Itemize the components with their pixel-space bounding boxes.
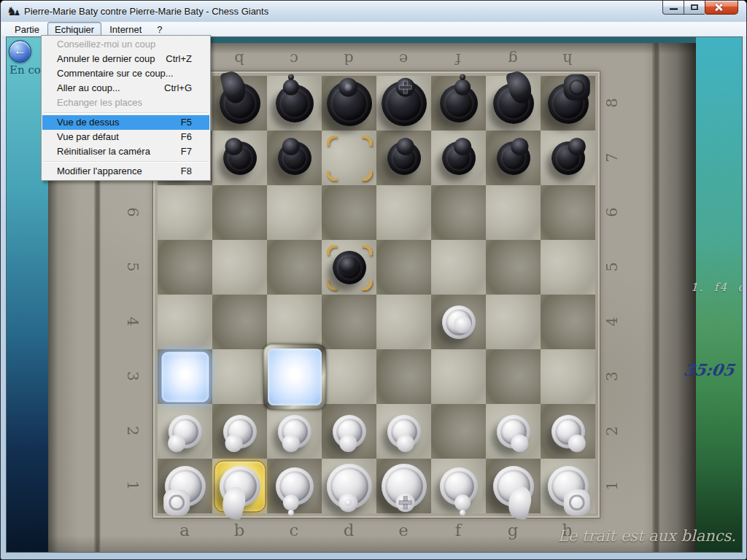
piece-white-pawn-d2[interactable] <box>333 415 366 448</box>
square-c6[interactable] <box>267 185 322 240</box>
piece-white-pawn-h2[interactable] <box>551 415 585 448</box>
square-f3[interactable] <box>431 349 486 404</box>
piece-black-pawn-b7[interactable] <box>223 141 257 175</box>
file-label-bottom-d: d <box>340 521 357 540</box>
piece-black-pawn-e7[interactable] <box>387 141 421 175</box>
bishop-head <box>454 494 471 510</box>
piece-white-pawn-g2[interactable] <box>497 415 530 448</box>
pawn-head <box>454 316 471 333</box>
square-h6[interactable] <box>541 185 595 240</box>
menu-item-echanger-les-places[interactable]: Echanger les places <box>42 96 209 110</box>
rank-label-right-8: 8 <box>603 94 621 112</box>
piece-black-pawn-h7[interactable] <box>551 141 585 175</box>
piece-black-bishop-f8[interactable] <box>440 85 478 122</box>
back-button[interactable]: ← <box>9 40 31 63</box>
cursor-frame-c3[interactable] <box>263 344 326 410</box>
piece-black-pawn-d5[interactable] <box>333 251 366 284</box>
square-e3[interactable] <box>376 349 431 404</box>
square-g4[interactable] <box>486 295 541 349</box>
menu-item-aller-au-coup[interactable]: Aller au coup...Ctrl+G <box>42 81 209 96</box>
menu-item-vue-par-d-faut[interactable]: Vue par défautF6 <box>42 130 209 144</box>
menu-item-label: Modifier l'apparence <box>57 164 142 179</box>
square-h4[interactable] <box>541 295 595 349</box>
maximize-button[interactable] <box>684 1 705 15</box>
menu-item-annuler-le-dernier-coup[interactable]: Annuler le dernier coupCtrl+Z <box>42 52 209 66</box>
piece-black-knight-g8[interactable] <box>493 83 534 124</box>
rank-label-left-5: 5 <box>124 258 142 276</box>
pawn-head <box>568 138 585 155</box>
square-c4[interactable] <box>267 295 322 349</box>
piece-white-pawn-f4[interactable] <box>442 306 476 339</box>
legal-move-highlight-a3[interactable] <box>160 351 209 402</box>
minimize-button[interactable] <box>662 1 684 15</box>
rank-label-right-7: 7 <box>603 149 621 166</box>
square-f5[interactable] <box>431 240 486 295</box>
piece-white-knight-b1[interactable] <box>220 466 260 507</box>
square-b3[interactable] <box>212 349 267 404</box>
square-e5[interactable] <box>376 240 431 295</box>
piece-black-rook-h8[interactable] <box>548 83 589 124</box>
piece-white-bishop-f1[interactable] <box>440 467 478 505</box>
menu-item-label: Commentaire sur ce coup... <box>57 66 174 81</box>
menu-item-label: Conseillez-moi un coup <box>57 37 155 52</box>
square-a4[interactable] <box>158 295 212 349</box>
square-f6[interactable] <box>431 185 486 240</box>
caption-buttons <box>662 1 738 15</box>
square-g3[interactable] <box>486 349 541 404</box>
square-h5[interactable] <box>541 240 595 295</box>
square-e6[interactable] <box>376 185 431 240</box>
square-e4[interactable] <box>376 295 431 349</box>
square-a5[interactable] <box>158 240 212 295</box>
piece-black-king-e8[interactable] <box>382 81 427 126</box>
piece-white-queen-d1[interactable] <box>327 464 372 509</box>
piece-white-bishop-c1[interactable] <box>276 467 314 505</box>
piece-white-knight-g1[interactable] <box>493 466 534 507</box>
piece-black-pawn-f7[interactable] <box>442 141 476 175</box>
square-b6[interactable] <box>212 185 267 240</box>
piece-black-bishop-c8[interactable] <box>276 85 314 122</box>
square-h3[interactable] <box>541 349 595 404</box>
piece-white-pawn-e2[interactable] <box>387 415 421 448</box>
title-bar[interactable]: ♞♟ Pierre-Marie Baty contre Pierre-Marie… <box>1 1 746 22</box>
menu-item-conseillez-moi-un-coup[interactable]: Conseillez-moi un coup <box>42 37 209 52</box>
queen-head <box>338 493 357 512</box>
turn-status-text: Le trait est aux blancs. <box>558 527 736 545</box>
menu-item-modifier-l-apparence[interactable]: Modifier l'apparenceF8 <box>42 164 209 179</box>
menu-item-commentaire-sur-ce-coup[interactable]: Commentaire sur ce coup... <box>42 66 209 81</box>
pawn-head <box>282 138 299 155</box>
menu-item-r-initialiser-la-cam-ra[interactable]: Réinitialiser la caméraF7 <box>42 144 209 159</box>
rank-label-left-2: 2 <box>124 422 142 440</box>
square-d3[interactable] <box>322 349 376 404</box>
rank-label-right-4: 4 <box>603 313 621 330</box>
square-f2[interactable] <box>431 404 486 459</box>
square-a6[interactable] <box>158 185 212 240</box>
piece-white-rook-h1[interactable] <box>548 466 589 507</box>
close-button[interactable] <box>705 1 738 15</box>
menu-separator <box>44 112 208 113</box>
square-b4[interactable] <box>212 295 267 349</box>
square-d4[interactable] <box>322 295 376 349</box>
piece-black-pawn-c7[interactable] <box>278 141 311 175</box>
piece-white-pawn-c2[interactable] <box>278 415 311 448</box>
menu-item-label: Vue de dessus <box>57 115 120 130</box>
app-window: ♞♟ Pierre-Marie Baty contre Pierre-Marie… <box>0 0 747 560</box>
menu-item-shortcut: F5 <box>181 115 192 130</box>
piece-white-king-e1[interactable] <box>382 464 427 509</box>
menu-item-shortcut: Ctrl+Z <box>166 52 192 66</box>
piece-black-knight-b8[interactable] <box>220 83 260 124</box>
piece-black-pawn-g7[interactable] <box>497 141 530 175</box>
square-g5[interactable] <box>486 240 541 295</box>
square-b5[interactable] <box>212 240 267 295</box>
piece-white-pawn-b2[interactable] <box>223 415 257 448</box>
square-d6[interactable] <box>322 185 376 240</box>
marker-corner-tl <box>326 135 337 146</box>
menu-item-label: Annuler le dernier coup <box>57 52 155 66</box>
pawn-head <box>225 138 242 155</box>
square-g6[interactable] <box>486 185 541 240</box>
menu-item-vue-de-dessus[interactable]: Vue de dessusF5 <box>42 115 209 130</box>
piece-white-rook-a1[interactable] <box>165 466 206 507</box>
piece-white-pawn-a2[interactable] <box>169 415 202 448</box>
piece-black-queen-d8[interactable] <box>327 81 372 126</box>
last-move-from-marker-d7[interactable] <box>326 135 372 181</box>
square-c5[interactable] <box>267 240 322 295</box>
